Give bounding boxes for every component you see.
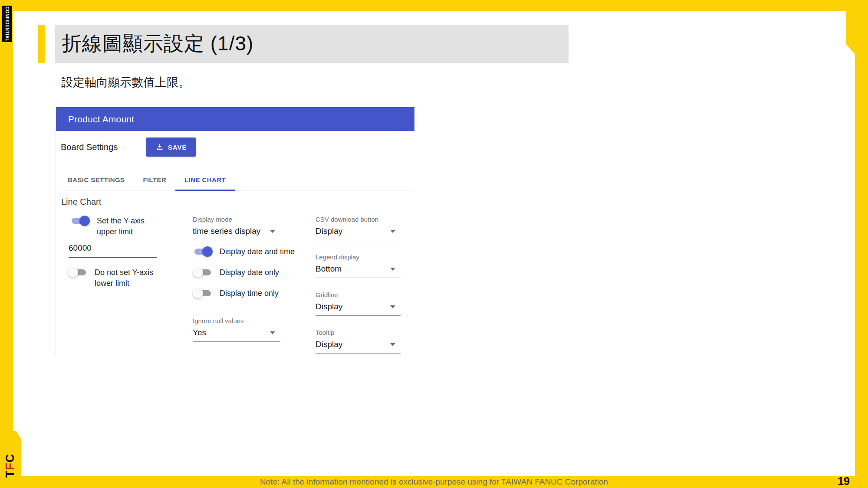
y-upper-limit-toggle-label: Set the Y-axis upper limit bbox=[97, 216, 166, 237]
legend-display-group: Legend display Bottom bbox=[316, 253, 401, 278]
csv-download-value: Display bbox=[316, 226, 342, 236]
time-only-toggle-row: Display time only bbox=[193, 288, 280, 299]
y-upper-limit-input[interactable] bbox=[69, 243, 157, 258]
chart-options-column: CSV download button Display Legend displ… bbox=[316, 216, 401, 354]
chevron-down-icon bbox=[270, 230, 275, 233]
y-upper-toggle-row: Set the Y-axis upper limit bbox=[70, 216, 191, 237]
page-number: 19 bbox=[838, 475, 850, 488]
tfc-logo-letter-f: F bbox=[4, 462, 17, 470]
chevron-down-icon bbox=[390, 343, 395, 346]
frame-top-bar bbox=[0, 0, 868, 11]
title-accent-bar bbox=[38, 25, 45, 63]
display-mode-select[interactable]: time series display bbox=[193, 226, 280, 240]
ignore-null-label: Ignore null values bbox=[193, 317, 280, 324]
confidential-badge-label: CONFIDENTIAL bbox=[5, 7, 10, 41]
chevron-down-icon bbox=[390, 305, 395, 308]
tab-line-chart-label: LINE CHART bbox=[184, 176, 226, 183]
display-mode-column: Display mode time series display Display… bbox=[193, 216, 280, 342]
toggle-thumb bbox=[193, 267, 203, 278]
gridline-label: Gridline bbox=[316, 291, 401, 298]
csv-download-label: CSV download button bbox=[316, 216, 401, 223]
chevron-down-icon bbox=[390, 230, 395, 233]
tab-line-chart[interactable]: LINE CHART bbox=[175, 169, 235, 190]
chevron-down-icon bbox=[390, 268, 395, 271]
legend-display-value: Bottom bbox=[316, 264, 342, 274]
tfc-logo-text: TFC bbox=[5, 453, 16, 478]
y-upper-limit-toggle[interactable] bbox=[70, 216, 90, 226]
confidential-badge: CONFIDENTIAL bbox=[2, 6, 12, 42]
panel-header-title: Product Amount bbox=[68, 114, 134, 124]
toggle-thumb bbox=[202, 246, 213, 257]
ignore-null-select[interactable]: Yes bbox=[193, 328, 280, 342]
legend-display-select[interactable]: Bottom bbox=[316, 264, 401, 278]
ignore-null-value: Yes bbox=[193, 328, 206, 337]
tab-filter[interactable]: FILTER bbox=[134, 169, 175, 190]
board-settings-panel: Product Amount Board Settings SAVE BASIC… bbox=[56, 107, 414, 356]
gridline-group: Gridline Display bbox=[316, 291, 401, 316]
tab-basic-settings[interactable]: BASIC SETTINGS bbox=[59, 169, 134, 190]
page-title: 折線圖顯示設定 (1/3) bbox=[62, 30, 253, 57]
frame-top-right-corner bbox=[846, 0, 868, 54]
tooltip-select[interactable]: Display bbox=[316, 340, 401, 354]
tab-basic-settings-label: BASIC SETTINGS bbox=[68, 176, 125, 183]
active-tab-underline bbox=[175, 190, 235, 191]
gridline-value: Display bbox=[316, 302, 342, 311]
frame-right-bar bbox=[855, 0, 868, 488]
y-lower-toggle-row: Do not set Y-axis lower limit bbox=[68, 267, 191, 289]
display-date-and-time-toggle[interactable] bbox=[193, 246, 213, 257]
board-settings-row: Board Settings SAVE bbox=[61, 138, 196, 157]
frame-left-bar bbox=[0, 0, 13, 488]
display-mode-value: time series display bbox=[193, 226, 260, 236]
save-button-label: SAVE bbox=[168, 144, 187, 151]
date-only-toggle-row: Display date only bbox=[193, 267, 280, 278]
chevron-down-icon bbox=[270, 331, 275, 334]
page-subtitle: 設定軸向顯示數值上限。 bbox=[61, 75, 190, 90]
display-time-only-label: Display time only bbox=[220, 288, 279, 299]
toggle-thumb bbox=[193, 288, 203, 298]
panel-header: Product Amount bbox=[56, 107, 414, 131]
gridline-select[interactable]: Display bbox=[316, 302, 401, 316]
csv-download-group: CSV download button Display bbox=[316, 216, 401, 240]
title-bar: 折線圖顯示設定 (1/3) bbox=[55, 25, 569, 63]
tfc-logo-letter-c: C bbox=[4, 453, 17, 462]
section-title: Line Chart bbox=[61, 197, 101, 207]
board-settings-label: Board Settings bbox=[61, 142, 118, 152]
footer-note: Note: All the information mentioned is e… bbox=[0, 477, 868, 487]
tfc-logo: TFC bbox=[0, 447, 23, 484]
toggle-thumb bbox=[79, 216, 90, 226]
toggle-thumb bbox=[68, 267, 78, 278]
save-button[interactable]: SAVE bbox=[146, 138, 196, 157]
display-date-and-time-label: Display date and time bbox=[220, 246, 295, 257]
settings-tab-bar: BASIC SETTINGS FILTER LINE CHART bbox=[59, 169, 414, 190]
download-icon bbox=[155, 143, 164, 151]
tooltip-value: Display bbox=[316, 340, 342, 349]
tooltip-group: Tooltip Display bbox=[316, 329, 401, 354]
display-mode-label: Display mode bbox=[193, 216, 280, 223]
display-time-only-toggle[interactable] bbox=[193, 288, 213, 298]
legend-display-label: Legend display bbox=[316, 253, 401, 261]
csv-download-select[interactable]: Display bbox=[316, 226, 401, 240]
display-date-only-toggle[interactable] bbox=[193, 267, 213, 278]
date-time-toggle-row: Display date and time bbox=[193, 246, 280, 257]
y-axis-column: Set the Y-axis upper limit Do not set Y-… bbox=[61, 216, 191, 289]
y-lower-limit-toggle[interactable] bbox=[68, 267, 88, 278]
y-lower-limit-toggle-label: Do not set Y-axis lower limit bbox=[95, 267, 171, 289]
display-date-only-label: Display date only bbox=[220, 267, 279, 278]
tfc-logo-letter-t: T bbox=[4, 470, 17, 478]
tab-filter-label: FILTER bbox=[143, 176, 166, 183]
tooltip-label: Tooltip bbox=[316, 329, 401, 336]
